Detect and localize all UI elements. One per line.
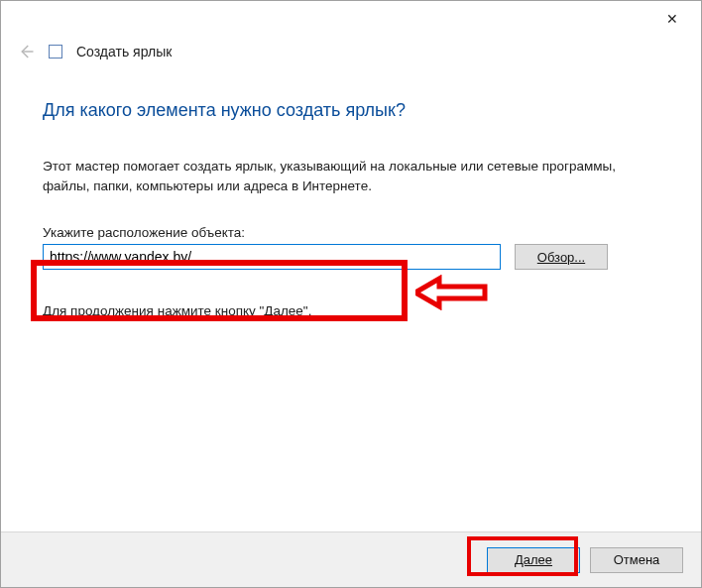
dialog-footer: Далее Отмена <box>1 531 701 587</box>
location-label: Укажите расположение объекта: <box>43 225 659 240</box>
location-input[interactable] <box>43 244 501 270</box>
header-row: Создать ярлык <box>1 37 701 72</box>
dialog-title: Создать ярлык <box>76 44 172 59</box>
cancel-button[interactable]: Отмена <box>590 547 683 573</box>
content-area: Для какого элемента нужно создать ярлык?… <box>1 72 701 318</box>
close-icon: ✕ <box>666 11 678 27</box>
browse-button[interactable]: Обзор... <box>515 244 608 270</box>
next-button[interactable]: Далее <box>487 547 580 573</box>
close-button[interactable]: ✕ <box>655 5 689 33</box>
shortcut-icon <box>49 45 62 59</box>
back-arrow-icon <box>17 43 35 60</box>
page-heading: Для какого элемента нужно создать ярлык? <box>43 100 659 121</box>
location-row: Обзор... <box>43 244 659 270</box>
titlebar: ✕ <box>1 1 701 37</box>
back-button[interactable] <box>17 43 35 60</box>
create-shortcut-dialog: ✕ Создать ярлык Для какого элемента нужн… <box>0 0 702 588</box>
description-text: Этот мастер помогает создать ярлык, указ… <box>43 157 659 195</box>
continue-instruction: Для продолжения нажмите кнопку "Далее". <box>43 303 659 318</box>
